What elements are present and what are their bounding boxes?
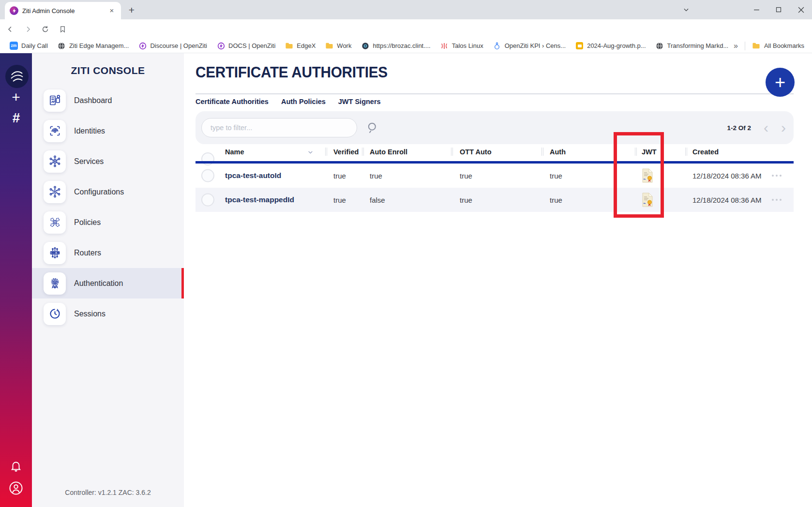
table-row[interactable]: tpca-test-mappedId true false true true … — [195, 188, 794, 212]
clock-icon — [44, 303, 66, 325]
bookmark-folder-work[interactable]: Work — [325, 42, 351, 50]
ziti-favicon-icon — [10, 6, 18, 15]
column-ott-auto[interactable]: OTT Auto — [460, 148, 492, 156]
jwt-certificate-icon[interactable] — [642, 193, 653, 207]
tab-close-icon[interactable]: × — [107, 6, 116, 15]
new-tab-button[interactable]: + — [125, 4, 138, 17]
bookmark-daily-call[interactable]: zm Daily Call — [10, 42, 48, 50]
bookmarks-bar: zm Daily Call Ziti Edge Managem... Disco… — [0, 39, 812, 53]
filter-input[interactable] — [201, 118, 357, 137]
sidebar-item-sessions[interactable]: Sessions — [32, 298, 184, 329]
bookmarks-divider — [745, 42, 745, 50]
jwt-certificate-icon[interactable] — [642, 168, 653, 183]
talos-icon — [440, 42, 449, 50]
bookmark-this-tab-icon[interactable] — [55, 22, 70, 36]
rail-add-icon[interactable]: + — [0, 89, 32, 105]
filter-bar: 1-2 Of 2 ‹ › — [195, 111, 794, 144]
fingerprint-icon — [44, 120, 66, 142]
verified-value: true — [333, 196, 346, 204]
browser-tab[interactable]: Ziti Admin Console × — [5, 2, 121, 19]
bookmark-docs-openziti[interactable]: DOCS | OpenZiti — [217, 42, 275, 50]
bookmark-growth-doc[interactable]: 2024-Aug-growth.p... — [575, 42, 646, 50]
row-actions-icon[interactable] — [772, 175, 782, 177]
bookmark-folder-edgex[interactable]: EdgeX — [285, 42, 316, 50]
column-auto-enroll[interactable]: Auto Enroll — [370, 148, 407, 156]
sidebar: ZITI CONSOLE Dashboard Identities — [32, 53, 184, 507]
folder-icon — [752, 42, 760, 50]
close-window-button[interactable] — [790, 0, 812, 19]
back-icon[interactable] — [3, 22, 17, 36]
column-verified[interactable]: Verified — [333, 148, 359, 156]
row-checkbox[interactable] — [201, 194, 214, 207]
column-jwt[interactable]: JWT — [642, 148, 657, 156]
sidebar-item-configurations[interactable]: Configurations — [32, 177, 184, 207]
all-bookmarks-button[interactable]: All Bookmarks — [752, 42, 804, 50]
sidebar-item-identities[interactable]: Identities — [32, 116, 184, 146]
sidebar-item-dashboard[interactable]: Dashboard — [32, 85, 184, 116]
droplet-icon — [493, 42, 501, 50]
verified-value: true — [333, 172, 346, 180]
tab-search-icon[interactable] — [677, 0, 696, 19]
slides-icon — [575, 42, 584, 50]
ziti-console-app: + # ZITI CONSOLE Dashboard — [0, 53, 812, 507]
sort-chevron-icon[interactable] — [307, 149, 314, 155]
bookmark-discourse-openziti[interactable]: Discourse | OpenZiti — [138, 42, 207, 50]
console-title: ZITI CONSOLE — [32, 65, 184, 76]
rail-hash-icon[interactable]: # — [0, 110, 32, 126]
network-gear-icon — [44, 181, 66, 203]
ca-name[interactable]: tpca-test-autoId — [225, 171, 281, 180]
browser-tab-strip: Ziti Admin Console × + — [0, 0, 812, 19]
add-certificate-authority-button[interactable]: + — [766, 68, 795, 97]
created-value: 12/18/2024 08:36 AM — [692, 196, 762, 204]
bookmark-transforming-markdown[interactable]: Transforming Markd... — [656, 42, 729, 50]
page-title: CERTIFICATE AUTHORITIES — [195, 64, 388, 81]
bookmark-talos-linux[interactable]: Talos Linux — [440, 42, 483, 50]
row-actions-icon[interactable] — [772, 199, 782, 201]
search-icon[interactable] — [366, 121, 379, 134]
column-name[interactable]: Name — [225, 148, 244, 156]
pagination-label: 1-2 Of 2 — [727, 124, 751, 132]
tab-jwt-signers[interactable]: JWT Signers — [338, 98, 381, 105]
table-row[interactable]: tpca-test-autoId true true true true 12/… — [195, 164, 794, 188]
bookmarks-overflow-icon[interactable]: » — [734, 42, 738, 50]
side-rail: + # — [0, 53, 32, 507]
certificate-rosette-icon — [44, 272, 66, 295]
browser-toolbar: https://ctrl.cdaws.clint.demo.openziti.o… — [0, 19, 812, 39]
column-auth[interactable]: Auth — [550, 148, 566, 156]
auto-enroll-value: false — [370, 196, 385, 204]
next-page-icon[interactable]: › — [781, 120, 786, 135]
globe-icon — [656, 42, 664, 50]
notifications-bell-icon[interactable] — [10, 460, 22, 472]
maximize-button[interactable] — [767, 0, 790, 19]
openziti-ring-icon — [138, 42, 147, 50]
row-checkbox[interactable] — [201, 169, 214, 182]
zoom-icon: zm — [10, 42, 18, 50]
bookmark-openziti-kpi[interactable]: OpenZiti KPI › Cens... — [493, 42, 566, 50]
bookmark-brozac[interactable]: https://brozac.clint.... — [361, 42, 430, 50]
sidebar-item-routers[interactable]: Routers — [32, 238, 184, 268]
ca-name[interactable]: tpca-test-mappedId — [225, 195, 294, 204]
network-icon — [44, 150, 66, 173]
main-content: CERTIFICATE AUTHORITIES + Certificate Au… — [184, 53, 812, 507]
globe-dark-icon — [361, 42, 369, 50]
title-divider — [195, 93, 794, 94]
column-created[interactable]: Created — [692, 148, 719, 156]
reload-icon[interactable] — [38, 22, 52, 36]
bookmark-ziti-edge[interactable]: Ziti Edge Managem... — [58, 42, 129, 50]
section-tabs: Certificate Authorities Auth Policies JW… — [195, 98, 381, 105]
ziti-logo-icon[interactable] — [5, 65, 29, 88]
previous-page-icon[interactable]: ‹ — [764, 120, 768, 135]
profile-icon[interactable] — [9, 481, 23, 495]
router-icon — [44, 242, 66, 264]
tab-auth-policies[interactable]: Auth Policies — [281, 98, 326, 105]
auth-value: true — [550, 196, 562, 204]
table-header: Name Verified Auto Enroll OTT Auto Auth … — [195, 144, 794, 161]
forward-icon[interactable] — [20, 22, 35, 36]
minimize-button[interactable] — [745, 0, 767, 19]
auto-enroll-value: true — [370, 172, 382, 180]
sidebar-item-policies[interactable]: Policies — [32, 207, 184, 238]
folder-icon — [325, 42, 333, 50]
tab-certificate-authorities[interactable]: Certificate Authorities — [195, 98, 269, 105]
sidebar-item-services[interactable]: Services — [32, 146, 184, 177]
sidebar-item-authentication[interactable]: Authentication — [32, 268, 184, 298]
